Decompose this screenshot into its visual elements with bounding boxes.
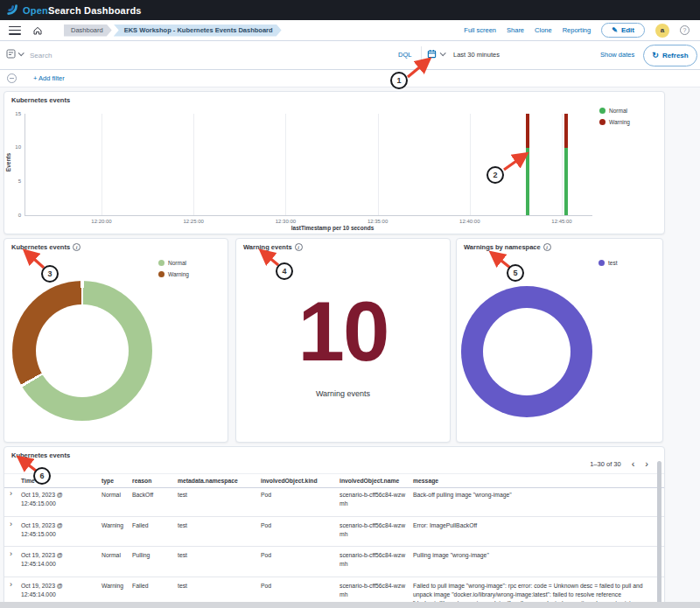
dql-button[interactable]: DQL: [398, 51, 411, 59]
legend-item[interactable]: Normal: [599, 108, 630, 114]
panel-kubernetes-events-timeline: Kubernetes events Events lastTimestamp p…: [4, 91, 665, 234]
gridline: [193, 114, 194, 215]
edit-button[interactable]: ✎ Edit: [601, 23, 645, 38]
filter-icon[interactable]: [7, 73, 17, 83]
legend-item[interactable]: test: [598, 260, 617, 266]
annotation-circle-1: 1: [390, 72, 408, 89]
add-filter-link[interactable]: + Add filter: [33, 74, 65, 82]
date-picker-button[interactable]: [427, 49, 444, 59]
donut-hole: [36, 304, 129, 397]
panel-kubernetes-events-donut: Kubernetes eventsi NormalWarning: [4, 238, 228, 443]
opensearch-logo[interactable]: OpenSearch Dashboards: [7, 4, 142, 16]
pagination: 1–30 of 30 ‹ ›: [590, 459, 648, 469]
cell-time: Oct 19, 2023 @ 12:45:15.000: [19, 486, 100, 516]
table-scrollbar[interactable]: [657, 461, 662, 608]
table-row: ›Oct 19, 2023 @ 12:45:14.000NormalPullin…: [4, 547, 664, 577]
bar-segment-normal[interactable]: [564, 148, 568, 215]
help-icon[interactable]: ?: [680, 25, 690, 35]
column-header-involvedobject-kind[interactable]: involvedObject.kind: [259, 474, 338, 487]
legend-item[interactable]: Normal: [158, 260, 189, 266]
full-screen-link[interactable]: Full screen: [464, 26, 496, 34]
bar-segment-normal[interactable]: [526, 148, 529, 215]
avatar[interactable]: a: [655, 24, 669, 38]
x-tick-label: 12:20:00: [91, 219, 111, 224]
legend-dot: [599, 119, 606, 125]
legend-item[interactable]: Warning: [599, 119, 630, 125]
events-table-body: ›Oct 19, 2023 @ 12:45:15.000NormalBackOf…: [4, 486, 664, 608]
donut-hole: [483, 308, 570, 395]
calendar-icon: [427, 49, 437, 59]
legend-dot: [158, 271, 164, 277]
legend-item[interactable]: Warning: [158, 271, 189, 277]
x-tick-label: 12:30:00: [276, 219, 296, 224]
column-header-involvedobject-name[interactable]: involvedObject.name: [338, 474, 411, 487]
row-expand-icon[interactable]: ›: [8, 547, 19, 577]
gridline: [562, 114, 563, 215]
app-header: OpenSearch Dashboards: [0, 0, 700, 20]
panel-title: Warning eventsi: [243, 243, 303, 251]
panel-title: Kubernetes eventsi: [11, 243, 80, 251]
search-input[interactable]: [30, 45, 380, 66]
panel-title: Warnings by namespacei: [464, 243, 551, 251]
show-dates-link[interactable]: Show dates: [600, 51, 634, 59]
bar-segment-warning[interactable]: [526, 114, 529, 148]
legend-dot: [598, 260, 605, 266]
x-axis-label: lastTimestamp per 10 seconds: [214, 225, 451, 231]
cell-type: Warning: [100, 517, 130, 547]
column-header-message[interactable]: message: [411, 474, 650, 487]
breadcrumb-dashboard[interactable]: Dashboard: [64, 24, 112, 37]
panel-kubernetes-events-table: Kubernetes events 1–30 of 30 ‹ › Time▾ty…: [4, 446, 665, 608]
panel-warnings-by-namespace: Warnings by namespacei test: [456, 238, 663, 443]
cell-name: scenario-b-cff56c84-wzwmh: [338, 517, 411, 547]
y-tick-label: 15: [7, 111, 21, 116]
cell-type: Normal: [100, 547, 130, 577]
x-axis: [24, 215, 592, 216]
annotation-circle-5: 5: [507, 264, 524, 282]
time-range-value[interactable]: Last 30 minutes: [453, 51, 500, 59]
menu-icon[interactable]: [9, 26, 21, 35]
pencil-icon: ✎: [612, 26, 618, 34]
namespace-donut-chart[interactable]: [461, 286, 592, 417]
home-icon[interactable]: [32, 25, 43, 36]
cell-namespace: test: [176, 547, 259, 577]
info-icon[interactable]: i: [543, 243, 551, 251]
timeline-plot[interactable]: Events lastTimestamp per 10 seconds 12:2…: [4, 92, 664, 234]
divider: [421, 46, 422, 65]
cell-reason: Failed: [130, 517, 176, 547]
annotation-circle-4: 4: [276, 262, 293, 280]
column-header-reason[interactable]: reason: [130, 474, 176, 487]
bar-segment-warning[interactable]: [564, 114, 568, 148]
cell-namespace: test: [176, 486, 259, 516]
pagination-range: 1–30 of 30: [590, 460, 620, 468]
table-row: ›Oct 19, 2023 @ 12:45:15.000NormalBackOf…: [4, 486, 664, 517]
reporting-link[interactable]: Reporting: [563, 26, 592, 34]
cell-time: Oct 19, 2023 @ 12:45:14.000: [19, 547, 100, 577]
column-header-metadata-namespace[interactable]: metadata.namespace: [176, 474, 259, 487]
cell-message: Back-off pulling image "wrong-image": [411, 486, 650, 516]
column-header-type[interactable]: type: [100, 474, 130, 487]
info-icon[interactable]: i: [295, 243, 303, 251]
cell-name: scenario-b-cff56c84-wzwmh: [338, 547, 411, 577]
annotation-circle-2: 2: [486, 166, 504, 184]
next-page-icon[interactable]: ›: [645, 459, 648, 469]
row-expand-icon[interactable]: ›: [8, 486, 19, 516]
events-donut-chart[interactable]: [12, 281, 152, 421]
share-link[interactable]: Share: [507, 26, 524, 34]
gridline: [285, 114, 286, 215]
info-icon[interactable]: i: [73, 243, 80, 251]
annotation-circle-3: 3: [41, 265, 59, 283]
saved-query-menu-button[interactable]: [6, 49, 23, 59]
clone-link[interactable]: Clone: [535, 26, 552, 34]
chevron-down-icon: [18, 50, 24, 56]
y-axis: [24, 114, 25, 215]
window-bottom-scroll-area[interactable]: [0, 602, 700, 608]
previous-page-icon[interactable]: ‹: [632, 459, 635, 469]
y-tick-label: 0: [7, 213, 21, 218]
cell-kind: Pod: [259, 547, 338, 577]
column-header-time[interactable]: Time▾: [19, 474, 100, 487]
refresh-button[interactable]: ↻ Refresh: [643, 45, 697, 66]
annotation-circle-6: 6: [33, 467, 51, 485]
table-row: ›Oct 19, 2023 @ 12:45:15.000WarningFaile…: [4, 517, 664, 548]
row-expand-icon[interactable]: ›: [8, 517, 19, 547]
cell-kind: Pod: [259, 486, 338, 516]
